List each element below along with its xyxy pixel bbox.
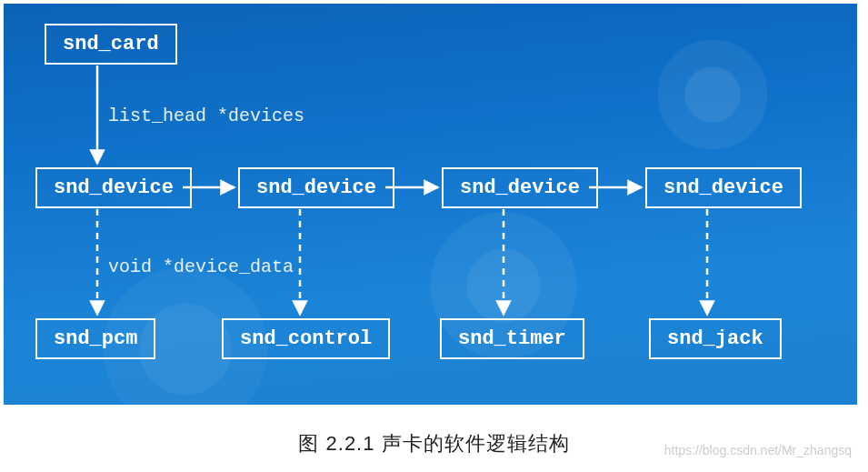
node-snd-timer: snd_timer [440,318,584,359]
node-snd-device-2: snd_device [238,167,394,208]
node-snd-device-4: snd_device [645,167,802,208]
node-snd-control: snd_control [222,318,390,359]
edge-label-void-device-data: void *device_data [108,256,294,277]
node-snd-jack: snd_jack [649,318,782,359]
node-snd-device-1: snd_device [35,167,192,208]
node-snd-card: snd_card [45,24,177,65]
watermark-text: https://blog.csdn.net/Mr_zhangsq [664,443,852,457]
node-snd-pcm: snd_pcm [35,318,155,359]
node-snd-device-3: snd_device [442,167,598,208]
edge-label-list-head-devices: list_head *devices [108,105,304,126]
diagram-container: snd_card snd_device snd_device snd_devic… [4,4,857,405]
